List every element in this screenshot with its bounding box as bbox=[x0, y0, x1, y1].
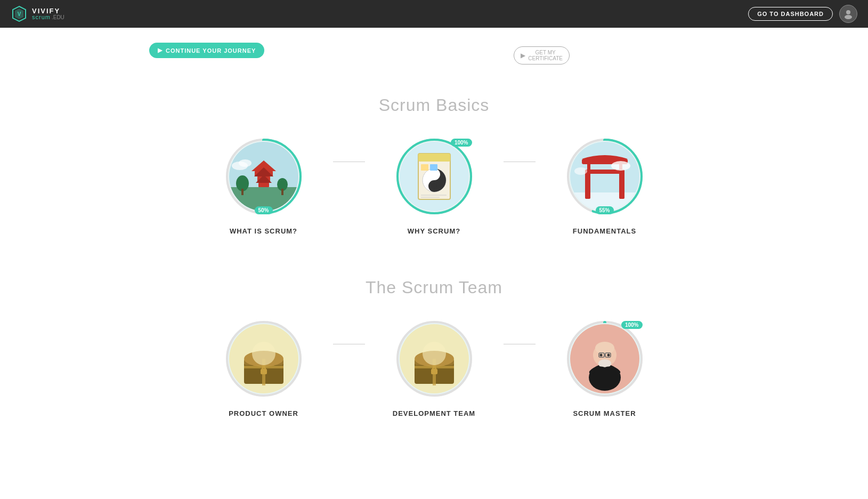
pagoda-illustration bbox=[228, 141, 299, 212]
circle-scrum-master: 100% bbox=[565, 319, 645, 399]
svg-point-57 bbox=[252, 342, 275, 365]
percent-badge-scrum-master: 100% bbox=[621, 321, 643, 329]
connector-1 bbox=[333, 162, 365, 162]
svg-rect-32 bbox=[430, 164, 437, 171]
scrumboard-svg bbox=[400, 142, 469, 211]
svg-point-77 bbox=[607, 354, 610, 357]
circle-why-scrum: 100% bbox=[394, 136, 474, 216]
svg-point-47 bbox=[574, 167, 587, 175]
svg-rect-21 bbox=[281, 189, 283, 195]
scrumboard-illustration bbox=[399, 141, 470, 212]
svg-point-11 bbox=[239, 159, 252, 167]
play-icon: ▶ bbox=[521, 52, 525, 59]
circle-product-owner bbox=[224, 319, 304, 399]
scrum-team-modules: PRODUCT OWNER bbox=[0, 319, 868, 417]
svg-rect-19 bbox=[241, 189, 244, 195]
module-label-fundamentals: FUNDAMENTALS bbox=[573, 227, 636, 235]
continue-label: CONTINUE YOUR JOURNEY bbox=[166, 47, 256, 54]
logo-edu: .EDU bbox=[52, 15, 64, 20]
pagoda-svg bbox=[229, 142, 298, 211]
module-label-development-team: DEVELOPMENT TEAM bbox=[393, 409, 475, 417]
circle-what-is-scrum: 50% bbox=[224, 136, 304, 216]
avatar-button[interactable] bbox=[839, 5, 857, 23]
module-development-team[interactable]: DEVELOPMENT TEAM bbox=[365, 319, 504, 417]
percent-badge-fundamentals: 55% bbox=[595, 206, 613, 214]
certificate-label: GET MY CERTIFICATE bbox=[528, 50, 563, 61]
module-what-is-scrum[interactable]: 50% WHAT IS SCRUM? bbox=[194, 136, 333, 235]
circle-development-team bbox=[394, 319, 474, 399]
svg-point-76 bbox=[599, 354, 602, 357]
logo-scrum: scrum bbox=[32, 14, 51, 20]
module-label-why-scrum: WHY SCRUM? bbox=[408, 227, 460, 235]
svg-rect-31 bbox=[421, 164, 428, 171]
header: V VIVIFY scrum .EDU GO TO DASHBOARD bbox=[0, 0, 868, 28]
chest-illustration-po bbox=[228, 323, 299, 395]
continue-button[interactable]: ▶ CONTINUE YOUR JOURNEY bbox=[149, 43, 264, 58]
svg-rect-66 bbox=[431, 369, 437, 374]
svg-rect-56 bbox=[261, 369, 267, 374]
chest-po-svg bbox=[229, 324, 298, 393]
module-scrum-master[interactable]: 100% SCRUM MASTER bbox=[536, 319, 674, 417]
svg-point-74 bbox=[595, 342, 614, 355]
dashboard-button[interactable]: GO TO DASHBOARD bbox=[748, 7, 833, 21]
logo-icon: V bbox=[11, 5, 28, 22]
module-label-scrum-master: SCRUM MASTER bbox=[573, 409, 636, 417]
logo-area: V VIVIFY scrum .EDU bbox=[11, 5, 64, 22]
percent-badge-what-is-scrum: 50% bbox=[254, 206, 272, 214]
header-right: GO TO DASHBOARD bbox=[748, 5, 857, 23]
chest-illustration-dt bbox=[399, 323, 470, 395]
progress-area: ▶ GET MY CERTIFICATE ▶ CONTINUE YOUR JOU… bbox=[0, 28, 868, 63]
scrum-basics-modules: 50% WHAT IS SCRUM? bbox=[0, 136, 868, 235]
module-product-owner[interactable]: PRODUCT OWNER bbox=[194, 319, 333, 417]
scrum-basics-title: Scrum Basics bbox=[0, 95, 868, 115]
circle-fundamentals: 55% bbox=[565, 136, 645, 216]
chest-dt-svg bbox=[400, 324, 469, 393]
percent-badge-why-scrum: 100% bbox=[451, 139, 472, 147]
logo-text: VIVIFY scrum .EDU bbox=[32, 7, 64, 20]
connector-4 bbox=[504, 344, 536, 344]
svg-point-67 bbox=[423, 342, 446, 365]
connector-3 bbox=[333, 344, 365, 344]
avatar-icon bbox=[843, 9, 854, 19]
svg-point-46 bbox=[611, 161, 630, 171]
connector-2 bbox=[504, 162, 536, 162]
main-content: Scrum Basics bbox=[0, 63, 868, 428]
master-svg bbox=[570, 324, 639, 393]
module-label-what-is-scrum: WHAT IS SCRUM? bbox=[230, 227, 297, 235]
scrum-basics-section: Scrum Basics bbox=[0, 74, 868, 246]
svg-rect-16 bbox=[258, 183, 269, 187]
scrum-team-section: The Scrum Team bbox=[0, 246, 868, 428]
module-why-scrum[interactable]: 100% WHY SCRUM? bbox=[365, 136, 504, 235]
torii-illustration bbox=[569, 141, 640, 212]
svg-point-3 bbox=[846, 10, 850, 14]
svg-point-4 bbox=[845, 15, 852, 19]
svg-rect-44 bbox=[587, 164, 590, 171]
module-fundamentals[interactable]: 55% FUNDAMENTALS bbox=[536, 136, 674, 235]
module-label-product-owner: PRODUCT OWNER bbox=[229, 409, 298, 417]
continue-play-icon: ▶ bbox=[158, 47, 163, 54]
master-illustration bbox=[569, 323, 640, 395]
svg-rect-43 bbox=[619, 170, 624, 199]
svg-point-29 bbox=[432, 172, 437, 177]
svg-text:V: V bbox=[18, 11, 21, 17]
certificate-button[interactable]: ▶ GET MY CERTIFICATE bbox=[514, 46, 570, 65]
torii-svg bbox=[570, 142, 639, 211]
svg-rect-42 bbox=[585, 170, 590, 199]
svg-point-30 bbox=[432, 183, 437, 189]
svg-rect-27 bbox=[418, 154, 450, 162]
scrum-team-title: The Scrum Team bbox=[0, 278, 868, 297]
